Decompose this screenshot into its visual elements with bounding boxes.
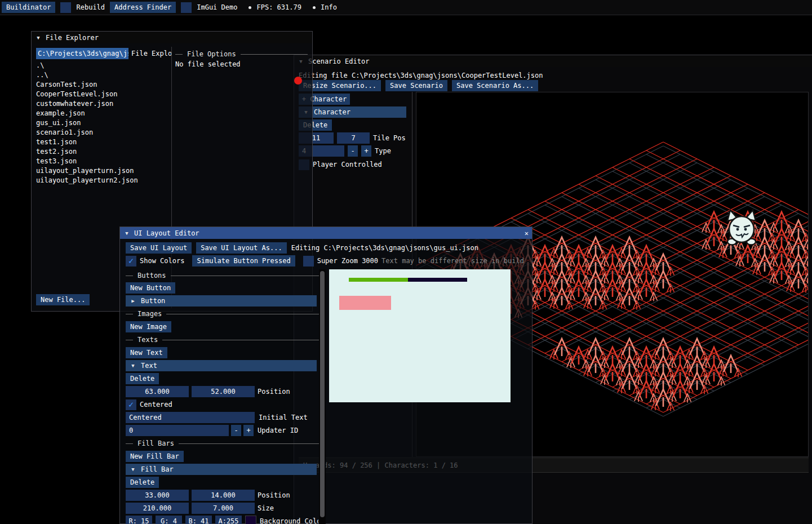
super-zoom-label: Super Zoom 3000 <box>317 257 378 265</box>
fill-bar-size-x-drag[interactable]: 210.000 <box>126 503 189 514</box>
path-input[interactable]: C:\Projects\3ds\gnag\jsons <box>36 48 128 59</box>
new-fill-bar-button[interactable]: New Fill Bar <box>126 451 184 462</box>
bg-color-r-drag[interactable]: R: 15 <box>126 516 152 524</box>
file-list-item[interactable]: uilayout_playerturn2.json <box>36 176 138 185</box>
scrollbar-grab[interactable] <box>320 271 325 517</box>
updater-minus-button[interactable]: - <box>231 425 241 436</box>
updater-id-input[interactable]: 0 <box>126 425 229 436</box>
rebuild-label: Rebuild <box>76 3 105 11</box>
preview-fill-bar <box>349 278 467 282</box>
file-list-item[interactable]: CarsonTest.json <box>36 80 97 90</box>
preview-button-rect <box>339 296 391 310</box>
bg-color-swatch[interactable] <box>245 516 256 524</box>
centered-checkbox[interactable]: ✓ <box>126 399 136 410</box>
bg-color-b-drag[interactable]: B: 41 <box>185 516 212 524</box>
delete-fill-bar-button[interactable]: Delete <box>126 477 159 488</box>
scenario-editor-title: Scenario Editor <box>308 57 369 65</box>
tree-closed-arrow-icon[interactable]: ▶ <box>130 298 136 304</box>
file-explorer-title: File Explorer <box>46 34 99 42</box>
collapse-arrow-icon[interactable]: ▼ <box>123 230 130 236</box>
new-button-button[interactable]: New Button <box>126 282 175 294</box>
type-plus-button[interactable]: + <box>361 145 371 157</box>
fill-bar-position-label: Position <box>258 491 290 499</box>
file-options-title: File Options <box>187 50 236 58</box>
type-minus-button[interactable]: - <box>348 145 358 157</box>
show-colors-checkbox[interactable]: ✓ <box>126 256 136 267</box>
file-list-item[interactable]: customwhatever.json <box>36 99 113 109</box>
tile-pos-y-drag[interactable]: 7 <box>337 132 370 144</box>
controls-scrollbar[interactable] <box>319 269 326 524</box>
app-root: Buildinator Rebuild Address Finder ImGui… <box>0 0 812 524</box>
path-input-label: File Explor <box>131 50 172 57</box>
fill-bars-section-separator: Fill Bars <box>126 439 322 447</box>
save-ui-layout-button[interactable]: Save UI Layout <box>126 242 192 254</box>
bullet-icon <box>249 6 251 9</box>
info-label[interactable]: Info <box>321 3 337 11</box>
text-tree-node[interactable]: ▼ Text <box>126 360 317 371</box>
character-sprite <box>727 210 756 245</box>
file-list-item[interactable]: test1.json <box>36 137 77 147</box>
new-text-button[interactable]: New Text <box>126 347 167 358</box>
buttons-section-separator: Buttons <box>126 272 322 279</box>
bg-color-a-drag[interactable]: A:255 <box>215 516 242 524</box>
checkmark-icon: ✓ <box>128 401 134 409</box>
imgui-demo-checkbox[interactable] <box>181 2 192 13</box>
save-scenario-as-button[interactable]: Save Scenario As... <box>452 80 538 91</box>
fill-bar-position-y-drag[interactable]: 14.000 <box>192 490 255 501</box>
tile-pos-label: Tile Pos <box>373 134 406 142</box>
fps-counter: FPS: 631.79 <box>256 3 301 11</box>
file-explorer-titlebar[interactable]: ▼ File Explorer <box>32 32 312 43</box>
file-list-item[interactable]: CooperTestLevel.json <box>36 90 118 99</box>
texts-section-separator: Texts <box>126 336 322 344</box>
scenario-editor-titlebar[interactable]: ▼ Scenario Editor <box>294 55 812 67</box>
no-file-selected-text: No file selected <box>175 60 241 68</box>
initial-text-input[interactable]: Centered <box>126 412 255 423</box>
file-list-item[interactable]: test3.json <box>36 157 77 166</box>
ui-layout-editor-title: UI Layout Editor <box>134 229 199 237</box>
tree-open-arrow-icon[interactable]: ▼ <box>130 363 136 368</box>
file-list-item[interactable]: ..\ <box>36 70 48 80</box>
close-icon[interactable]: ✕ <box>525 229 529 237</box>
file-list-item[interactable]: test2.json <box>36 147 77 157</box>
save-ui-layout-as-button[interactable]: Save UI Layout As... <box>196 242 287 254</box>
bg-color-label: Background Colo <box>260 517 318 524</box>
rebuild-checkbox[interactable] <box>60 2 71 13</box>
type-label: Type <box>375 147 391 155</box>
fill-bar-tree-node[interactable]: ▼ Fill Bar <box>126 464 317 475</box>
checkmark-icon: ✓ <box>128 257 134 265</box>
bg-color-g-drag[interactable]: G: 4 <box>156 516 182 524</box>
updater-plus-button[interactable]: + <box>243 425 254 436</box>
preview-fill-bar-fill <box>349 278 408 282</box>
buildinator-menu-button[interactable]: Buildinator <box>2 2 55 13</box>
fill-bar-size-label: Size <box>258 504 274 512</box>
save-scenario-button[interactable]: Save Scenario <box>385 80 447 91</box>
file-list-item[interactable]: .\ <box>36 61 44 70</box>
file-list-item[interactable]: scenario1.json <box>36 128 93 137</box>
file-list-item[interactable]: gus_ui.json <box>36 118 81 128</box>
new-file-button[interactable]: New File... <box>36 294 90 305</box>
fill-bar-size-y-drag[interactable]: 7.000 <box>192 503 255 514</box>
size-warning-note: Text may be different size in build <box>381 257 524 265</box>
text-position-x-drag[interactable]: 63.000 <box>126 386 189 397</box>
file-list-item[interactable]: example.json <box>36 109 85 118</box>
button-tree-node[interactable]: ▶ Button <box>126 295 317 307</box>
delete-text-button[interactable]: Delete <box>126 373 159 384</box>
fill-bar-position-x-drag[interactable]: 33.000 <box>126 490 189 501</box>
super-zoom-checkbox[interactable] <box>303 256 314 267</box>
scenario-editing-file: Editing file C:\Projects\3ds\gnag\jsons\… <box>299 70 543 81</box>
text-position-y-drag[interactable]: 52.000 <box>192 386 255 397</box>
tree-open-arrow-icon[interactable]: ▼ <box>130 467 136 472</box>
images-section-separator: Images <box>126 310 322 318</box>
menu-bar: Buildinator Rebuild Address Finder ImGui… <box>0 0 812 15</box>
character-tree-node[interactable]: ▼ Character <box>299 106 406 118</box>
ui-layout-editor-titlebar[interactable]: ▼ UI Layout Editor ✕ <box>120 227 532 239</box>
file-options-separator: File Options <box>175 50 308 58</box>
red-marker-dot <box>294 77 302 85</box>
collapse-arrow-icon[interactable]: ▼ <box>35 35 42 41</box>
bullet-icon <box>313 6 316 9</box>
show-colors-label: Show Colors <box>140 257 184 265</box>
address-finder-button[interactable]: Address Finder <box>110 2 176 13</box>
simulate-button-pressed-button[interactable]: Simulate Button Pressed <box>192 255 295 267</box>
file-list-item[interactable]: uilayout_playerturn.json <box>36 166 134 176</box>
new-image-button[interactable]: New Image <box>126 321 171 332</box>
